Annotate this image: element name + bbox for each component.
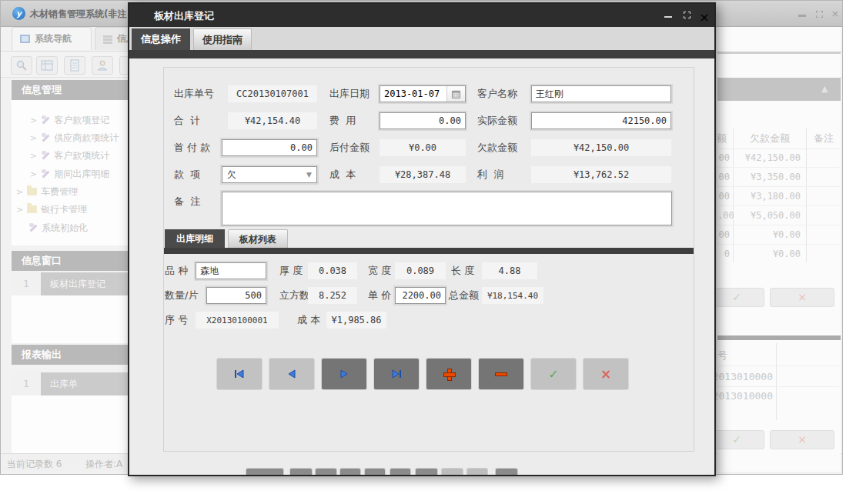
chevron-right-icon: >	[16, 187, 23, 197]
tab-board-list[interactable]: 板材列表	[228, 229, 288, 248]
bg-cancel-button-2[interactable]: ×	[770, 430, 834, 449]
remark-textarea[interactable]	[222, 192, 672, 225]
tool-icon	[28, 223, 38, 232]
customer-input[interactable]	[531, 85, 671, 102]
tree-item-vehicle-fee-mgmt[interactable]: > 车费管理	[16, 183, 78, 200]
calendar-button[interactable]	[446, 86, 465, 102]
subtab-underline	[164, 248, 694, 254]
partial-button[interactable]	[495, 468, 518, 475]
dialog-minimize-button[interactable]	[662, 10, 674, 21]
unit-price-input[interactable]	[395, 287, 446, 304]
partial-button[interactable]	[339, 468, 361, 475]
debt-row[interactable]: 00 ¥42,150.00	[717, 149, 840, 168]
amount-cell: 00	[717, 191, 730, 202]
bg-thick-divider	[717, 335, 841, 340]
first-record-button[interactable]	[216, 358, 262, 390]
tab-system-nav[interactable]: 系统导航	[12, 27, 92, 50]
length-value: 4.88	[482, 262, 537, 279]
debt-cell: ¥0.00	[737, 249, 801, 259]
table-view-button[interactable]	[36, 56, 58, 75]
document-button[interactable]	[64, 56, 85, 75]
minus-icon	[495, 372, 507, 376]
cancel-button[interactable]: ×	[583, 358, 629, 390]
down-payment-input[interactable]	[222, 139, 317, 156]
partial-button[interactable]	[246, 468, 284, 475]
bg-confirm-button[interactable]: ✓	[709, 288, 764, 307]
delete-record-button[interactable]	[478, 358, 524, 390]
quantity-input[interactable]	[206, 287, 266, 304]
last-record-icon	[390, 369, 403, 379]
report-output-row[interactable]: 1 出库单	[12, 372, 129, 396]
bg-strip	[717, 54, 841, 78]
add-record-button[interactable]	[426, 358, 472, 390]
document-icon	[69, 59, 81, 72]
partial-button[interactable]	[415, 468, 438, 475]
next-record-icon	[339, 369, 349, 379]
app-logo-icon: y	[12, 7, 25, 20]
fee-input[interactable]	[380, 112, 466, 129]
label-out-date: 出库日期	[329, 85, 369, 102]
last-record-button[interactable]	[373, 358, 420, 390]
partial-button[interactable]	[364, 468, 386, 475]
amount-cell: 0	[717, 249, 730, 259]
prev-record-button[interactable]	[269, 358, 315, 390]
debt-row[interactable]: .00 ¥5,050.00	[717, 206, 840, 225]
serial-row[interactable]: 2013010000	[717, 387, 840, 406]
label-remark: 备 注	[174, 193, 200, 210]
close-icon: ×	[798, 433, 807, 446]
main-restore-button[interactable]	[813, 8, 825, 19]
debt-row[interactable]: 0 ¥0.00	[717, 245, 840, 264]
partial-button[interactable]	[315, 468, 337, 475]
partial-button[interactable]	[289, 468, 313, 475]
next-record-button[interactable]	[321, 358, 367, 390]
info-window-panel	[12, 295, 129, 343]
debt-row[interactable]: 00 ¥0.00	[717, 225, 840, 245]
total-amount-value: ¥18,154.40	[482, 287, 543, 304]
label-cost: 成 本	[329, 166, 356, 183]
tab-info-operation[interactable]: 信息操作	[132, 28, 190, 50]
main-minimize-button[interactable]	[796, 8, 808, 19]
tab-user-guide[interactable]: 使用指南	[193, 28, 252, 50]
tree-item-bankcard-mgmt[interactable]: > 银行卡管理	[16, 201, 87, 218]
tab-outbound-detail[interactable]: 出库明细	[165, 229, 225, 248]
debt-cell: ¥3,350.00	[737, 172, 801, 182]
out-date-field[interactable]: 2013-01-07	[380, 85, 466, 102]
check-icon: ✓	[732, 291, 741, 303]
tree-item-supplier-payment-stat[interactable]: > 供应商款项统计	[30, 129, 119, 146]
dialog-maximize-button[interactable]	[680, 10, 693, 21]
partial-button[interactable]	[441, 468, 463, 475]
info-window-row[interactable]: 1 板材出库登记	[12, 272, 129, 295]
main-close-button[interactable]: ×	[829, 8, 841, 19]
user-button[interactable]	[92, 56, 113, 75]
label-post-payment: 后付金额	[329, 139, 369, 156]
search-button[interactable]	[11, 56, 32, 75]
collapse-icon[interactable]: ▲	[821, 84, 828, 94]
user-icon	[96, 59, 109, 72]
col-header-amount: 额	[717, 132, 727, 145]
serial-row[interactable]: 2013010000	[717, 368, 840, 387]
close-icon: ×	[798, 291, 807, 303]
label-payment-type: 款 项	[174, 166, 200, 183]
tree-item-period-outbound-detail[interactable]: > 期间出库明细	[30, 165, 109, 182]
dialog-close-button[interactable]: ×	[698, 10, 711, 21]
tool-icon	[41, 115, 50, 125]
partial-button[interactable]	[390, 468, 411, 475]
confirm-button[interactable]: ✓	[530, 358, 577, 390]
amount-cell: 00	[717, 152, 730, 163]
actual-amount-input[interactable]	[531, 112, 671, 129]
tree-item-system-init[interactable]: 系统初始化	[28, 219, 88, 236]
bg-confirm-button-2[interactable]: ✓	[709, 430, 764, 449]
bg-cancel-button[interactable]: ×	[770, 288, 834, 307]
debt-row[interactable]: 00 ¥3,180.00	[717, 187, 840, 206]
variety-input[interactable]	[196, 262, 266, 279]
tree-item-customer-payment-reg[interactable]: > 客户款项登记	[30, 112, 109, 129]
partial-button[interactable]	[466, 468, 488, 475]
chevron-right-icon: >	[30, 115, 37, 125]
label-variety: 品 种	[165, 262, 188, 279]
post-payment-value: ¥0.00	[380, 139, 466, 156]
tree-item-customer-payment-stat[interactable]: > 客户款项统计	[30, 147, 109, 164]
chevron-right-icon: >	[30, 133, 37, 143]
payment-type-select[interactable]: 欠 ▼	[222, 166, 317, 183]
serial-cell: 2013010000	[711, 390, 773, 402]
debt-row[interactable]: 00 ¥3,350.00	[717, 168, 840, 187]
